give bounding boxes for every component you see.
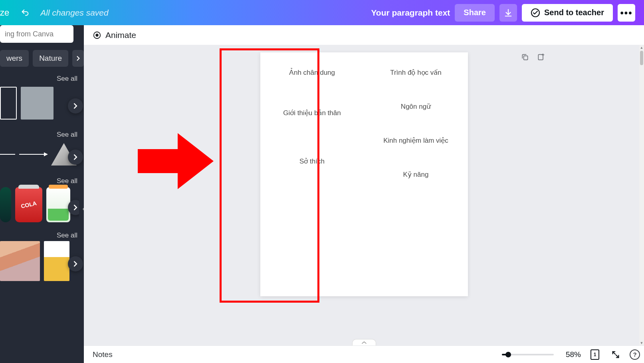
see-all-photos[interactable]: See all bbox=[57, 231, 77, 239]
line-arrow[interactable] bbox=[19, 154, 47, 155]
animate-button[interactable]: Animate bbox=[93, 30, 136, 40]
shape-square-outline[interactable] bbox=[0, 87, 17, 120]
shapes-row bbox=[0, 85, 84, 127]
shapes-scroll-right[interactable] bbox=[68, 98, 83, 114]
search-input[interactable] bbox=[0, 25, 73, 43]
graphic-soda-can[interactable]: COLA bbox=[15, 187, 42, 222]
chevron-up-icon bbox=[361, 341, 367, 345]
page-list-button[interactable]: 1 bbox=[588, 348, 602, 361]
soda-can-label: COLA bbox=[20, 200, 37, 209]
header-left: ze All changes saved bbox=[0, 8, 109, 18]
see-all-shapes[interactable]: See all bbox=[57, 75, 77, 83]
canvas-area: Animate Ảnh chân dung Giới thiệu bản thâ… bbox=[84, 25, 644, 363]
cv-section-portrait[interactable]: Ảnh chân dung bbox=[289, 68, 335, 77]
section-graphics-header: See all bbox=[0, 173, 84, 187]
zoom-level[interactable]: 58% bbox=[561, 350, 581, 359]
scrollbar-down-arrow[interactable]: ▼ bbox=[639, 341, 644, 345]
lines-row bbox=[0, 141, 84, 173]
bottom-bar: Notes 58% 1 ? bbox=[84, 345, 644, 363]
chevron-right-icon bbox=[73, 154, 78, 160]
help-button[interactable]: ? bbox=[630, 349, 640, 360]
elements-panel: wers Nature See all See all bbox=[0, 25, 84, 363]
scrollbar-thumb[interactable] bbox=[640, 51, 643, 65]
section-lines-header: See all bbox=[0, 127, 84, 141]
check-circle-icon bbox=[531, 8, 540, 18]
see-all-graphics[interactable]: See all bbox=[57, 177, 77, 185]
page-right-column: Trình độ học vấn Ngôn ngữ Kinh nghiệm là… bbox=[364, 52, 468, 296]
chevron-right-icon bbox=[73, 261, 78, 267]
scrollbar-up-arrow[interactable]: ▲ bbox=[639, 45, 644, 50]
app-header: ze All changes saved Your paragraph text… bbox=[0, 0, 644, 25]
zoom-slider[interactable] bbox=[502, 354, 554, 355]
chip-flowers[interactable]: wers bbox=[0, 50, 29, 67]
chevron-right-icon bbox=[73, 205, 78, 210]
graphic-plant[interactable] bbox=[0, 187, 11, 222]
animate-label: Animate bbox=[105, 30, 136, 40]
svg-point-2 bbox=[96, 34, 98, 36]
resize-button-fragment[interactable]: ze bbox=[0, 8, 13, 18]
chips-scroll-right[interactable] bbox=[72, 50, 84, 67]
cv-section-education[interactable]: Trình độ học vấn bbox=[390, 68, 442, 77]
download-icon bbox=[504, 8, 513, 17]
svg-marker-5 bbox=[138, 133, 214, 189]
fullscreen-button[interactable] bbox=[609, 348, 622, 361]
notes-button[interactable]: Notes bbox=[93, 350, 113, 359]
search-container bbox=[0, 25, 84, 43]
photos-row bbox=[0, 242, 84, 286]
download-button[interactable] bbox=[499, 4, 517, 22]
cv-section-intro[interactable]: Giới thiệu bản thân bbox=[283, 109, 341, 117]
fullscreen-icon bbox=[611, 350, 620, 359]
section-shapes-header: See all bbox=[0, 71, 84, 85]
send-to-teacher-label: Send to teacher bbox=[544, 8, 604, 17]
undo-button[interactable] bbox=[13, 8, 37, 17]
graphic-jar[interactable] bbox=[46, 187, 70, 222]
header-right: Your paragraph text Share Send to teache… bbox=[109, 4, 639, 22]
design-title[interactable]: Your paragraph text bbox=[371, 8, 450, 18]
photos-scroll-right[interactable] bbox=[68, 256, 83, 271]
photo-thumbnail-2[interactable] bbox=[44, 241, 69, 281]
send-to-teacher-button[interactable]: Send to teacher bbox=[522, 4, 613, 22]
chip-nature[interactable]: Nature bbox=[33, 50, 68, 67]
zoom-slider-handle[interactable] bbox=[505, 352, 511, 357]
page-left-column: Ảnh chân dung Giới thiệu bản thân Sở thí… bbox=[260, 52, 364, 296]
more-icon: ••• bbox=[620, 7, 632, 18]
annotation-arrow bbox=[130, 125, 214, 199]
context-toolbar: Animate bbox=[84, 25, 644, 45]
lines-scroll-right[interactable] bbox=[68, 150, 83, 165]
chevron-right-icon bbox=[73, 103, 78, 109]
canvas-viewport[interactable]: Ảnh chân dung Giới thiệu bản thân Sở thí… bbox=[84, 45, 644, 345]
arrow-right-icon bbox=[130, 125, 214, 197]
vertical-scrollbar[interactable]: ▲ ▼ bbox=[639, 45, 644, 345]
design-page[interactable]: Ảnh chân dung Giới thiệu bản thân Sở thí… bbox=[260, 52, 468, 296]
cv-section-language[interactable]: Ngôn ngữ bbox=[401, 102, 431, 111]
line-plain[interactable] bbox=[0, 154, 15, 155]
cv-section-experience[interactable]: Kinh nghiệm làm việc bbox=[383, 136, 448, 145]
more-menu-button[interactable]: ••• bbox=[618, 4, 635, 22]
section-photos-header: See all bbox=[0, 227, 84, 242]
photo-thumbnail-1[interactable] bbox=[0, 241, 40, 281]
page-count-badge: 1 bbox=[590, 349, 599, 360]
page-drag-handle[interactable] bbox=[352, 339, 376, 345]
main-area: wers Nature See all See all bbox=[0, 25, 644, 363]
graphics-row: COLA bbox=[0, 187, 84, 227]
cv-section-hobbies[interactable]: Sở thích bbox=[299, 157, 325, 166]
shape-square-filled[interactable] bbox=[21, 87, 54, 120]
animate-icon bbox=[93, 31, 101, 40]
chevron-right-icon bbox=[76, 56, 81, 61]
filter-chips-row: wers Nature bbox=[0, 46, 84, 71]
sidebar-collapse-handle[interactable] bbox=[79, 197, 84, 221]
see-all-lines[interactable]: See all bbox=[57, 131, 77, 139]
cv-section-skills[interactable]: Kỹ năng bbox=[403, 170, 429, 179]
save-status: All changes saved bbox=[40, 8, 108, 18]
share-button[interactable]: Share bbox=[455, 4, 495, 22]
undo-icon bbox=[21, 8, 30, 17]
